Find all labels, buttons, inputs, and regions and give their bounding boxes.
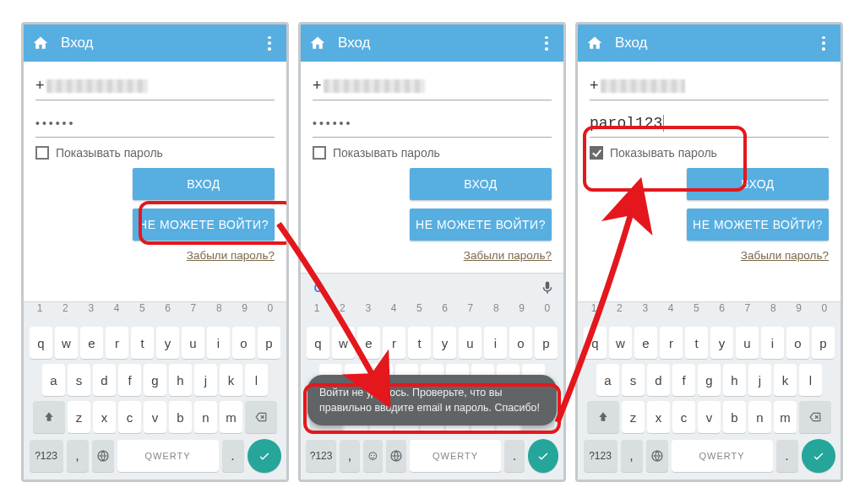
home-icon[interactable]	[32, 35, 49, 51]
forgot-password-link[interactable]: Забыли пароль?	[590, 249, 829, 262]
key-u[interactable]: u	[459, 327, 481, 359]
globe-key[interactable]	[646, 440, 668, 472]
key-i[interactable]: i	[207, 327, 230, 359]
key-i[interactable]: i	[761, 327, 784, 359]
key-n[interactable]: n	[748, 401, 771, 433]
key-b[interactable]: b	[723, 401, 746, 433]
backspace-key[interactable]	[245, 401, 277, 433]
key-p[interactable]: p	[535, 327, 558, 359]
shift-key[interactable]	[587, 401, 619, 433]
forgot-password-link[interactable]: Забыли пароль?	[35, 249, 275, 262]
space-key[interactable]: QWERTY	[672, 440, 773, 472]
key-w[interactable]: w	[332, 327, 355, 359]
login-button[interactable]: ВХОД	[687, 168, 829, 200]
show-password-checkbox[interactable]: Показывать пароль	[590, 146, 829, 160]
key-h[interactable]: h	[169, 364, 192, 396]
key-s[interactable]: s	[622, 364, 645, 396]
period-key[interactable]: .	[776, 440, 798, 472]
key-q[interactable]: q	[584, 327, 607, 359]
key-p[interactable]: p	[812, 327, 835, 359]
home-icon[interactable]	[309, 35, 326, 51]
overflow-menu-icon[interactable]	[538, 35, 555, 51]
overflow-menu-icon[interactable]	[815, 35, 832, 51]
emoji-key[interactable]: ☺	[363, 440, 384, 472]
key-a[interactable]: a	[42, 364, 65, 396]
enter-key[interactable]	[528, 439, 558, 473]
key-u[interactable]: u	[736, 327, 759, 359]
key-e[interactable]: e	[80, 327, 103, 359]
key-r[interactable]: r	[660, 327, 683, 359]
key-g[interactable]: g	[144, 364, 166, 396]
period-key[interactable]: .	[222, 440, 244, 472]
key-v[interactable]: v	[144, 401, 166, 433]
forgot-password-link[interactable]: Забыли пароль?	[313, 249, 552, 262]
comma-key[interactable]: ,	[621, 440, 643, 472]
key-e[interactable]: e	[634, 327, 657, 359]
symbols-key[interactable]: ?123	[584, 440, 617, 472]
login-field[interactable]: +	[313, 72, 552, 100]
key-w[interactable]: w	[609, 327, 632, 359]
cant-login-button[interactable]: НЕ МОЖЕТЕ ВОЙТИ?	[133, 209, 275, 241]
key-n[interactable]: n	[194, 401, 217, 433]
key-b[interactable]: b	[169, 401, 192, 433]
cant-login-button[interactable]: НЕ МОЖЕТЕ ВОЙТИ?	[687, 209, 829, 241]
globe-key[interactable]	[386, 440, 406, 472]
key-s[interactable]: s	[68, 364, 90, 396]
key-c[interactable]: c	[118, 401, 141, 433]
key-j[interactable]: j	[748, 364, 771, 396]
login-field[interactable]: +	[35, 72, 275, 100]
space-key[interactable]: QWERTY	[410, 440, 502, 472]
key-q[interactable]: q	[30, 327, 52, 359]
key-l[interactable]: l	[245, 364, 268, 396]
key-o[interactable]: o	[786, 327, 809, 359]
key-r[interactable]: r	[106, 327, 128, 359]
key-z[interactable]: z	[622, 401, 645, 433]
key-k[interactable]: k	[220, 364, 242, 396]
login-button[interactable]: ВХОД	[410, 168, 552, 200]
symbols-key[interactable]: ?123	[306, 440, 336, 472]
key-y[interactable]: y	[433, 327, 456, 359]
key-p[interactable]: p	[258, 327, 280, 359]
show-password-checkbox[interactable]: Показывать пароль	[313, 146, 552, 160]
key-w[interactable]: w	[55, 327, 78, 359]
key-i[interactable]: i	[484, 327, 507, 359]
enter-key[interactable]	[802, 439, 835, 473]
show-password-checkbox[interactable]: Показывать пароль	[35, 146, 275, 160]
key-e[interactable]: e	[357, 327, 380, 359]
key-t[interactable]: t	[685, 327, 708, 359]
home-icon[interactable]	[586, 35, 603, 51]
key-g[interactable]: g	[698, 364, 721, 396]
key-x[interactable]: x	[93, 401, 116, 433]
key-a[interactable]: a	[596, 364, 619, 396]
key-m[interactable]: m	[220, 401, 242, 433]
google-icon[interactable]: G	[309, 279, 328, 297]
password-field[interactable]: ••••••	[313, 109, 552, 138]
login-field[interactable]: +	[590, 72, 829, 100]
shift-key[interactable]	[33, 401, 65, 433]
key-f[interactable]: f	[672, 364, 695, 396]
space-key[interactable]: QWERTY	[117, 440, 219, 472]
key-y[interactable]: y	[710, 327, 733, 359]
period-key[interactable]: .	[504, 440, 525, 472]
login-button[interactable]: ВХОД	[133, 168, 275, 200]
key-l[interactable]: l	[799, 364, 822, 396]
comma-key[interactable]: ,	[340, 440, 360, 472]
key-m[interactable]: m	[774, 401, 797, 433]
key-y[interactable]: y	[156, 327, 179, 359]
cant-login-button[interactable]: НЕ МОЖЕТЕ ВОЙТИ?	[410, 209, 552, 241]
key-h[interactable]: h	[723, 364, 746, 396]
password-field[interactable]: parol123	[590, 109, 829, 138]
key-r[interactable]: r	[383, 327, 405, 359]
key-x[interactable]: x	[647, 401, 670, 433]
key-v[interactable]: v	[698, 401, 721, 433]
key-c[interactable]: c	[672, 401, 695, 433]
key-t[interactable]: t	[408, 327, 431, 359]
key-o[interactable]: o	[509, 327, 532, 359]
key-o[interactable]: o	[232, 327, 255, 359]
comma-key[interactable]: ,	[67, 440, 89, 472]
enter-key[interactable]	[248, 439, 281, 473]
globe-key[interactable]	[92, 440, 114, 472]
key-f[interactable]: f	[118, 364, 141, 396]
key-k[interactable]: k	[774, 364, 797, 396]
password-field[interactable]: ••••••	[35, 109, 275, 138]
